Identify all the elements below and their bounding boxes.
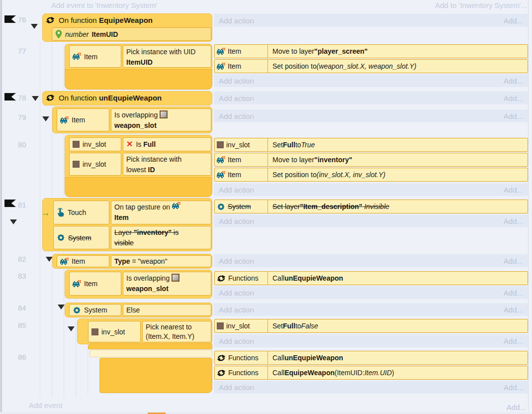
event-number: 77 bbox=[18, 47, 26, 55]
event-number: 76 bbox=[18, 15, 26, 24]
event-86-action-2[interactable]: Functions Call EquipeWeapon (ItemUID: It… bbox=[214, 366, 528, 380]
event-82-add-action-row[interactable]: Add actionAdd... bbox=[214, 254, 528, 267]
function-cycle-icon bbox=[46, 16, 55, 24]
event-78-header[interactable]: On function unEqupieWeapon bbox=[46, 94, 162, 102]
object-label: inv_slot bbox=[83, 160, 106, 168]
function-cycle-icon bbox=[46, 94, 55, 102]
collapse-arrow-icon[interactable] bbox=[42, 116, 49, 121]
event-77-condition-object-cell[interactable]: Item bbox=[69, 45, 121, 68]
object-label: Functions bbox=[228, 354, 259, 362]
object-label: inv_slot bbox=[83, 140, 106, 148]
event-number: 78 bbox=[18, 94, 26, 102]
event-79-condition-object-cell[interactable]: Item bbox=[57, 108, 109, 131]
event-81-condition-1-object-cell[interactable]: Touch bbox=[53, 201, 109, 224]
bottom-edge bbox=[0, 412, 532, 414]
event-82-condition-object-cell[interactable]: Item bbox=[57, 255, 109, 267]
object-label: System bbox=[228, 203, 251, 210]
item-sprite-icon bbox=[217, 48, 225, 55]
system-gear-icon bbox=[57, 233, 65, 242]
event-80-condition-1-object-cell[interactable]: inv_slot bbox=[69, 137, 121, 151]
bottom-add-label[interactable]: Add... bbox=[507, 403, 526, 412]
object-label: Item bbox=[72, 257, 85, 265]
object-label: System bbox=[68, 234, 91, 242]
touch-hand-icon bbox=[57, 208, 65, 217]
event-80-block-footer bbox=[65, 177, 212, 197]
collapse-arrow-icon[interactable] bbox=[58, 305, 65, 310]
object-label: inv_slot bbox=[226, 322, 250, 330]
object-label: Item bbox=[72, 116, 85, 124]
inv-slot-icon bbox=[73, 161, 80, 168]
event-76-header[interactable]: On function EquipeWeapon bbox=[46, 16, 153, 24]
event-86-block-body[interactable] bbox=[99, 358, 212, 393]
event-84-condition-object-cell[interactable]: System bbox=[69, 304, 121, 316]
event-number: 79 bbox=[18, 113, 26, 121]
event-76-title: On function EquipeWeapon bbox=[59, 16, 153, 24]
event-85-condition-object-cell[interactable]: inv_slot bbox=[88, 321, 141, 342]
event-83-action-1[interactable]: Functions Call unEqupieWeapon bbox=[214, 271, 528, 285]
item-sprite-icon bbox=[217, 171, 225, 179]
event-80-action-3[interactable]: Item Set position to (inv_slot.X, inv_sl… bbox=[214, 168, 528, 182]
object-label: Item bbox=[228, 62, 241, 70]
event-83-condition-object-cell[interactable]: Item bbox=[69, 272, 121, 296]
object-label: Item bbox=[228, 47, 241, 55]
object-label: inv_slot bbox=[226, 141, 250, 149]
collapse-arrow-icon[interactable] bbox=[10, 219, 17, 224]
event-81-condition-2-text-cell[interactable]: Layer "inventory" is visible bbox=[111, 226, 211, 249]
event-76-parameter-row[interactable]: number ItemUID bbox=[52, 27, 211, 41]
event-81-condition-2-object-cell[interactable]: System bbox=[53, 226, 109, 249]
object-label: Functions bbox=[228, 274, 259, 282]
right-edge-line bbox=[528, 0, 529, 414]
event-86-empty-condition-row[interactable] bbox=[89, 350, 212, 357]
event-77-add-action-row[interactable]: Add actionAdd... bbox=[214, 74, 528, 87]
weapon-slot-icon bbox=[160, 110, 168, 118]
object-label: Functions bbox=[228, 369, 259, 377]
collapse-arrow-icon[interactable] bbox=[46, 257, 53, 262]
event-81-action-1[interactable]: System Set layer "Item_description" Invi… bbox=[214, 200, 528, 213]
event-80-condition-2-object-cell[interactable]: inv_slot bbox=[69, 153, 121, 176]
item-sprite-icon bbox=[73, 53, 81, 60]
event-78-add-action-row[interactable]: Add actionAdd... bbox=[214, 92, 528, 104]
event-85-add-action-row[interactable]: Add actionAdd... bbox=[214, 334, 528, 347]
event-81-condition-1-text-cell[interactable]: On tap gesture on Item bbox=[111, 201, 211, 224]
trigger-arrow-icon: → bbox=[41, 208, 50, 217]
item-sprite-icon bbox=[73, 280, 81, 288]
inv-slot-icon bbox=[217, 322, 224, 329]
left-edge-line bbox=[1, 0, 2, 414]
add-event-label[interactable]: Add event bbox=[29, 401, 63, 410]
event-85-condition-text-cell[interactable]: Pick nearest to(Item.X, Item.Y) bbox=[142, 321, 211, 342]
event-80-action-1[interactable]: inv_slot Set Full to True bbox=[214, 138, 528, 152]
event-82-condition-text-cell[interactable]: Type = "weapon" bbox=[111, 255, 211, 267]
collapse-arrow-icon[interactable] bbox=[31, 24, 38, 29]
collapse-arrow-icon[interactable] bbox=[68, 326, 75, 331]
event-79-add-action-row[interactable]: Add actionAdd... bbox=[214, 109, 528, 122]
event-81-add-action-row[interactable]: Add actionAdd... bbox=[214, 214, 528, 227]
event-number: 80 bbox=[18, 140, 26, 149]
add-to-sheet-label[interactable]: Add to 'Inwentory System'... bbox=[435, 1, 527, 9]
event-86-add-action-row[interactable]: Add actionAdd... bbox=[214, 381, 528, 394]
object-label: Item bbox=[228, 171, 241, 179]
event-80-add-action-row[interactable]: Add actionAdd... bbox=[214, 183, 528, 196]
event-76-add-action-row[interactable]: Add actionAdd... bbox=[214, 14, 528, 27]
event-77-condition-text-cell[interactable]: Pick instance with UIDItemUID bbox=[123, 45, 211, 68]
object-label: Item bbox=[228, 156, 241, 164]
event-85-action-1[interactable]: inv_slot Set Full to False bbox=[214, 319, 528, 333]
event-84-add-action-row[interactable]: Add actionAdd... bbox=[214, 303, 528, 316]
event-77-block-footer bbox=[65, 69, 212, 90]
add-event-to-sheet-label[interactable]: Add event to 'Inwentory System' bbox=[51, 1, 157, 9]
event-84-condition-text-cell[interactable]: Else bbox=[123, 304, 211, 316]
event-77-action-1[interactable]: Item Move to layer "player_screen" bbox=[214, 44, 528, 58]
event-80-condition-2-text-cell[interactable]: Pick instance with lowest ID bbox=[123, 153, 211, 176]
item-sprite-icon bbox=[60, 116, 69, 124]
collapse-arrow-icon[interactable] bbox=[32, 96, 39, 101]
event-80-condition-1-text-cell[interactable]: ✕ Is Full bbox=[123, 137, 211, 151]
event-79-condition-text-cell[interactable]: Is overlapping weapon_slot bbox=[111, 108, 211, 131]
event-number: 81 bbox=[18, 201, 26, 209]
event-77-action-2[interactable]: Item Set position to (weapon_slot.X, wea… bbox=[214, 59, 528, 73]
event-83-add-action-row[interactable]: Add actionAdd... bbox=[214, 286, 528, 299]
event-number: 86 bbox=[18, 353, 26, 361]
event-86-action-1[interactable]: Functions Call unEqupieWeapon bbox=[214, 351, 528, 365]
object-label: Item bbox=[84, 53, 97, 61]
event-80-action-2[interactable]: Item Move to layer "inventory" bbox=[214, 153, 528, 167]
event-number: 85 bbox=[18, 321, 26, 329]
event-83-condition-text-cell[interactable]: Is overlapping weapon_slot bbox=[123, 272, 211, 296]
